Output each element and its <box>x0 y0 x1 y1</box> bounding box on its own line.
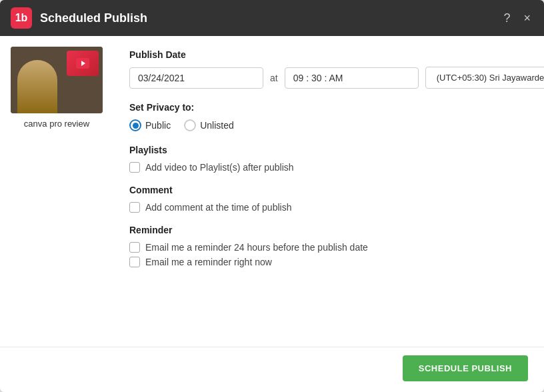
reminder-24h-label: Email me a reminder 24 hours before the … <box>145 242 368 253</box>
radio-public[interactable]: Public <box>129 119 171 131</box>
reminder-checkbox-row-1: Email me a reminder 24 hours before the … <box>129 242 528 253</box>
thumbnail-person <box>17 60 57 113</box>
comment-label: Comment <box>129 185 528 195</box>
radio-unlisted-label: Unlisted <box>200 120 234 131</box>
privacy-row: Public Unlisted <box>129 119 528 131</box>
thumbnail-label: canva pro review <box>24 119 89 129</box>
scheduled-publish-dialog: 1b Scheduled Publish ? × canva pr <box>0 0 544 392</box>
radio-unlisted[interactable]: Unlisted <box>184 119 234 131</box>
thumbnail-overlay <box>67 51 99 76</box>
playlists-section: Playlists Add video to Playlist(s) after… <box>129 145 528 173</box>
comment-checkbox-row: Add comment at the time of publish <box>129 202 528 213</box>
help-button[interactable]: ? <box>501 9 513 27</box>
comment-checkbox[interactable] <box>129 202 140 213</box>
dialog-title: Scheduled Publish <box>40 11 501 25</box>
playlist-checkbox-label: Add video to Playlist(s) after publish <box>145 162 294 173</box>
privacy-label: Set Privacy to: <box>129 102 528 113</box>
reminder-checkbox-row-2: Email me a reminder right now <box>129 257 528 267</box>
thumbnail-inner <box>11 47 103 113</box>
date-input[interactable] <box>129 67 263 89</box>
reminder-24h-checkbox[interactable] <box>129 242 140 253</box>
title-bar: 1b Scheduled Publish ? × <box>0 0 544 36</box>
radio-public-circle <box>129 119 141 131</box>
radio-public-label: Public <box>145 120 171 131</box>
close-button[interactable]: × <box>521 9 533 27</box>
reminder-section: Reminder Email me a reminder 24 hours be… <box>129 225 528 267</box>
title-bar-actions: ? × <box>501 9 533 27</box>
reminder-label: Reminder <box>129 225 528 235</box>
playlist-checkbox-row: Add video to Playlist(s) after publish <box>129 162 528 173</box>
content-section: Publish Date at (UTC+05:30) Sri Jayaward… <box>113 36 544 347</box>
reminder-now-checkbox[interactable] <box>129 257 140 267</box>
at-label: at <box>270 73 278 83</box>
playlist-checkbox[interactable] <box>129 162 140 173</box>
schedule-publish-button[interactable]: SCHEDULE PUBLISH <box>403 355 528 381</box>
publish-date-label: Publish Date <box>129 49 528 60</box>
thumbnail-section: canva pro review <box>0 36 113 347</box>
timezone-select[interactable]: (UTC+05:30) Sri Jayawardenepura <box>425 67 544 89</box>
dialog-footer: SCHEDULE PUBLISH <box>0 347 544 392</box>
video-thumbnail <box>11 47 103 113</box>
dialog-body: canva pro review Publish Date at (UTC+05… <box>0 36 544 347</box>
comment-checkbox-label: Add comment at the time of publish <box>145 202 291 213</box>
comment-section: Comment Add comment at the time of publi… <box>129 185 528 213</box>
playlists-label: Playlists <box>129 145 528 155</box>
reminder-now-label: Email me a reminder right now <box>145 257 272 267</box>
app-logo: 1b <box>11 7 32 29</box>
publish-date-row: at (UTC+05:30) Sri Jayawardenepura <box>129 67 528 89</box>
time-input[interactable] <box>285 67 419 89</box>
radio-unlisted-circle <box>184 119 196 131</box>
